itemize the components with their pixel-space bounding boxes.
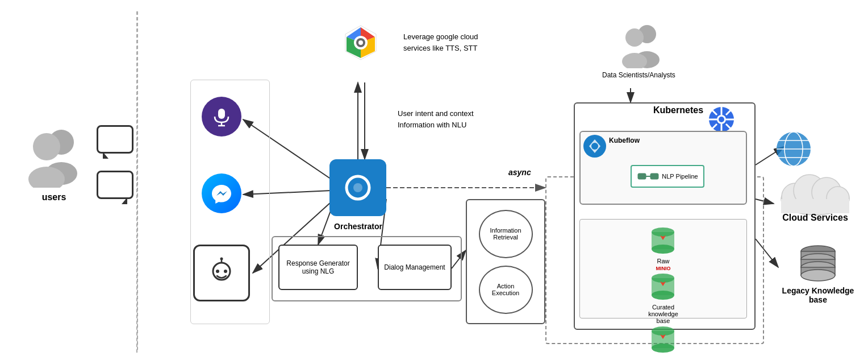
bot-icon <box>205 256 239 290</box>
info-action-box: Information Retrieval Action Execution <box>466 199 545 324</box>
users-node: users <box>11 125 97 202</box>
svg-point-28 <box>220 258 223 260</box>
data-scientists-icon <box>613 23 664 68</box>
nlu-label: User intent and context Information with… <box>398 108 500 130</box>
kubeflow-icon <box>582 134 608 159</box>
storage-area: Raw MINIO Curated knowledge base <box>579 219 747 318</box>
separator-line <box>136 11 137 353</box>
google-cloud-node <box>341 23 381 65</box>
third-storage-node <box>644 324 683 355</box>
voice-node <box>202 97 241 136</box>
chat-bubble-1 <box>97 125 133 154</box>
legacy-kb-node: Legacy Knowledge base <box>781 245 855 304</box>
response-generator-node: Response Generator using NLG <box>278 245 358 290</box>
kubernetes-label: Kubernetes <box>653 105 703 115</box>
nlp-pipeline-label: NLP Pipeline <box>662 173 698 180</box>
action-execution-label: Action Execution <box>483 283 529 296</box>
nlp-pipeline-node: NLP Pipeline <box>631 165 704 188</box>
data-scientists-label: Data Scientists/Analysts <box>602 71 675 80</box>
svg-line-13 <box>756 199 774 204</box>
async-label: async <box>508 168 531 177</box>
bot-node <box>193 245 250 301</box>
svg-point-55 <box>591 143 598 150</box>
svg-point-64 <box>652 291 674 300</box>
svg-point-19 <box>33 133 60 160</box>
info-retrieval-label: Information Retrieval <box>483 227 529 241</box>
kubeflow-logo <box>582 134 608 159</box>
orchestrator-label: Orchestrator <box>328 222 388 231</box>
svg-point-38 <box>353 183 362 192</box>
svg-rect-56 <box>638 173 646 179</box>
svg-rect-57 <box>650 173 658 179</box>
minio-label: MINIO <box>656 266 671 271</box>
info-retrieval-node: Information Retrieval <box>479 210 533 258</box>
svg-rect-21 <box>218 109 225 119</box>
curated-bucket-icon <box>648 271 679 303</box>
google-cloud-label: Leverage google cloud services like TTS,… <box>403 31 494 53</box>
dialog-management-label: Dialog Management <box>384 263 445 271</box>
svg-point-85 <box>801 270 835 281</box>
kubeflow-label: Kubeflow <box>609 136 640 144</box>
server-node <box>775 128 812 173</box>
kubernetes-wheel-icon <box>707 105 736 134</box>
kubernetes-icon <box>707 105 736 134</box>
svg-rect-78 <box>781 199 849 213</box>
svg-point-67 <box>652 344 674 353</box>
curated-label: Curated knowledge base <box>644 304 683 324</box>
response-generator-label: Response Generator using NLG <box>282 259 354 275</box>
action-execution-node: Action Execution <box>479 266 533 314</box>
curated-storage-node: Curated knowledge base <box>644 271 683 324</box>
google-cloud-icon <box>341 23 381 63</box>
pipeline-icon <box>637 170 660 183</box>
raw-label: Raw <box>657 258 669 264</box>
third-bucket-icon <box>648 324 679 355</box>
raw-bucket-icon <box>648 225 679 257</box>
orchestrator-node <box>329 159 386 216</box>
legacy-kb-label: Legacy Knowledge base <box>781 286 855 304</box>
messenger-node <box>202 173 241 213</box>
legacy-kb-icon <box>797 245 840 282</box>
svg-point-41 <box>625 28 644 47</box>
diagram: users <box>0 0 868 364</box>
cloud-services-label: Cloud Services <box>778 213 852 223</box>
svg-point-45 <box>719 117 724 122</box>
messenger-icon <box>211 183 232 204</box>
raw-storage-node: Raw MINIO <box>644 225 683 271</box>
chat-bubbles <box>97 125 133 199</box>
cloud-services-node: Cloud Services <box>778 171 852 223</box>
svg-point-26 <box>224 270 227 273</box>
chat-bubble-2 <box>97 171 133 199</box>
users-icon <box>17 125 91 188</box>
users-label: users <box>11 192 97 202</box>
svg-point-36 <box>358 40 363 45</box>
cloud-services-icon <box>778 171 852 216</box>
svg-line-14 <box>756 239 778 267</box>
orchestrator-icon <box>343 172 374 204</box>
svg-point-61 <box>652 245 674 254</box>
microphone-icon <box>211 106 232 127</box>
data-scientists-node: Data Scientists/Analysts <box>602 23 675 80</box>
dialog-management-node: Dialog Management <box>378 245 452 290</box>
svg-point-25 <box>216 270 219 273</box>
server-icon <box>775 128 812 171</box>
